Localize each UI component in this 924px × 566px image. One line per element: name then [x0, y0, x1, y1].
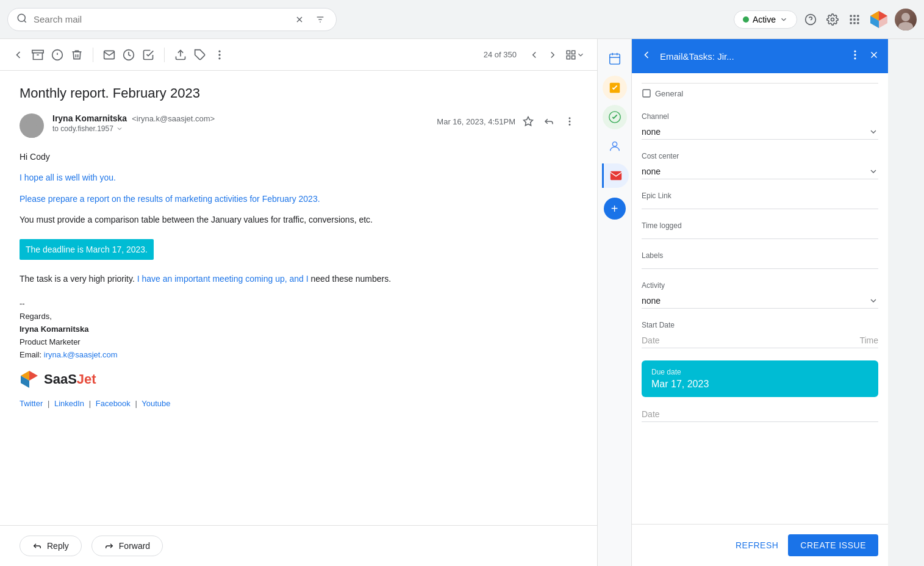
svg-point-56	[612, 142, 617, 146]
svg-rect-15	[857, 18, 859, 20]
create-issue-button[interactable]: CREATE ISSUE	[788, 534, 878, 556]
logo-jet: Jet	[77, 371, 96, 387]
tasks-sidebar-button[interactable]	[603, 76, 627, 100]
top-bar: in:sent Active	[0, 0, 924, 39]
svg-line-1	[24, 20, 26, 22]
settings-button[interactable]	[824, 11, 841, 28]
mark-unread-button[interactable]	[101, 46, 118, 63]
label-button[interactable]	[192, 46, 209, 63]
check-sidebar-button[interactable]	[603, 105, 627, 129]
reply-button[interactable]: Reply	[20, 536, 82, 556]
sig-name: Iryna Komarnitska	[20, 324, 88, 334]
jira-panel-title: Email&Tasks: Jir...	[660, 51, 842, 62]
search-filter-button[interactable]	[313, 12, 328, 27]
search-clear-button[interactable]	[292, 12, 307, 27]
svg-rect-62	[643, 90, 650, 97]
linkedin-link[interactable]: LinkedIn	[54, 399, 84, 408]
right-sidebar-icons: +	[598, 39, 632, 566]
start-time-input[interactable]: Time	[859, 335, 878, 345]
epic-link-input[interactable]	[642, 204, 878, 209]
move-button[interactable]	[172, 46, 189, 63]
email-subject: Monthly report. February 2023	[20, 85, 578, 101]
view-options-button[interactable]	[563, 47, 587, 63]
jira-back-button[interactable]	[640, 49, 653, 64]
more-actions-button[interactable]	[211, 46, 228, 63]
activity-select[interactable]: none	[642, 293, 878, 309]
facebook-link[interactable]: Facebook	[96, 399, 131, 408]
body-line1: I hope all is well with you.	[20, 171, 578, 184]
svg-rect-11	[853, 15, 855, 16]
labels-label: Labels	[642, 251, 878, 260]
nav-arrows	[526, 47, 560, 63]
sender-email: <iryna.k@saasjet.com>	[132, 114, 215, 123]
twitter-link[interactable]: Twitter	[20, 399, 43, 408]
sig-regards: Regards,	[20, 310, 578, 323]
refresh-button[interactable]: REFRESH	[736, 540, 778, 550]
help-button[interactable]	[802, 11, 819, 28]
svg-marker-47	[29, 371, 38, 381]
svg-rect-14	[853, 18, 855, 20]
logo-text: SaaSJet	[44, 368, 96, 390]
more-email-button[interactable]	[562, 113, 578, 129]
to-label: to cody.fisher.1957	[52, 124, 113, 133]
svg-point-23	[901, 13, 910, 21]
snooze-button[interactable]	[120, 46, 137, 63]
contacts-icon	[608, 140, 621, 153]
cost-center-select[interactable]: none	[642, 164, 878, 179]
svg-rect-39	[567, 56, 570, 59]
task-button[interactable]	[140, 46, 157, 63]
chevron-down-icon	[779, 15, 788, 24]
labels-input[interactable]	[642, 263, 878, 269]
back-button[interactable]	[10, 46, 27, 63]
youtube-link[interactable]: Youtube	[141, 399, 170, 408]
cost-center-chevron-icon	[868, 167, 878, 176]
calendar-sidebar-button[interactable]	[603, 46, 627, 71]
due-date-input[interactable]: Date	[642, 407, 878, 422]
start-date-field: Start Date Date Time	[642, 321, 878, 348]
add-sidebar-button[interactable]: +	[604, 198, 626, 220]
email-body: Monthly report. February 2023 Iryna Koma…	[0, 71, 597, 525]
avatar[interactable]	[895, 9, 917, 30]
cost-center-value: none	[642, 167, 661, 176]
channel-chevron-icon	[868, 127, 878, 137]
archive-button[interactable]	[29, 46, 46, 63]
start-date-input[interactable]: Date	[642, 335, 850, 345]
contacts-sidebar-button[interactable]	[603, 134, 627, 159]
jira-close-button[interactable]	[868, 49, 879, 63]
reply-header-button[interactable]	[541, 113, 557, 129]
sig-email-link[interactable]: iryna.k@saasjet.com	[44, 350, 118, 359]
apps-button[interactable]	[846, 11, 863, 28]
search-icon	[16, 13, 27, 26]
search-input[interactable]: in:sent	[34, 14, 286, 24]
mail-sidebar-button[interactable]	[602, 163, 629, 188]
signature: -- Regards, Iryna Komarnitska Product Ma…	[20, 298, 578, 410]
email-content: Hi Cody I hope all is well with you. Ple…	[20, 150, 578, 285]
channel-select[interactable]: none	[642, 124, 878, 140]
svg-point-9	[831, 18, 834, 21]
email-date: Mar 16, 2023, 4:51PM	[437, 117, 515, 126]
jira-more-button[interactable]	[849, 49, 861, 64]
svg-rect-17	[853, 22, 855, 24]
activity-value: none	[642, 296, 661, 306]
logo-area	[868, 9, 890, 30]
channel-value: none	[642, 127, 661, 137]
report-spam-button[interactable]	[49, 46, 66, 63]
svg-rect-25	[32, 50, 43, 52]
time-logged-input[interactable]	[642, 234, 878, 239]
svg-point-33	[219, 51, 220, 52]
svg-rect-10	[850, 15, 852, 16]
epic-link-field: Epic Link	[642, 192, 878, 209]
nav-count: 24 of 350	[231, 50, 517, 59]
svg-point-41	[23, 129, 40, 138]
star-button[interactable]	[520, 113, 536, 129]
delete-button[interactable]	[68, 46, 85, 63]
main-layout: 24 of 350 Monthly report. February 2023	[0, 39, 924, 566]
channel-label: Channel	[642, 112, 878, 121]
prev-email-button[interactable]	[526, 47, 542, 63]
jira-panel: Email&Tasks: Jir... General Channel none	[632, 39, 888, 566]
forward-button[interactable]: Forward	[91, 536, 163, 556]
next-email-button[interactable]	[545, 47, 560, 63]
active-status-button[interactable]: Active	[734, 10, 797, 29]
sig-dash: --	[20, 298, 578, 310]
svg-point-0	[18, 14, 25, 21]
